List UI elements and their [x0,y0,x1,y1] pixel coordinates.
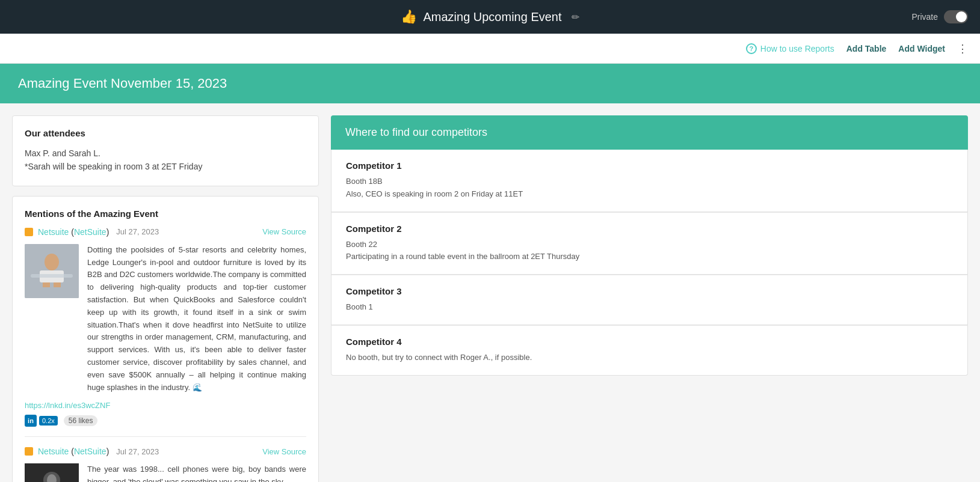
edit-icon[interactable]: ✏ [572,11,579,23]
mentions-card: Mentions of the Amazing Event Netsuite (… [12,196,319,482]
page-title: 👍 Amazing Upcoming Event ✏ [401,9,579,25]
attendees-line1: Max P. and Sarah L. [25,147,306,160]
competitor-1-line1: Booth 18B [346,175,953,188]
svg-point-1 [45,254,59,270]
competitor-4-line2: No booth, but try to connect with Roger … [346,352,953,364]
svg-rect-5 [31,274,73,278]
mention-1-header: Netsuite (NetSuite) Jul 27, 2023 View So… [25,227,306,237]
mention-2-dot [25,447,33,456]
competitor-1-card: Competitor 1 Booth 18B Also, CEO is spea… [331,150,968,212]
add-table-button[interactable]: Add Table [846,44,887,53]
attendees-title: Our attendees [25,128,306,138]
competitor-3-line1: Booth 1 [346,301,953,314]
mention-2-text: The year was 1998... cell phones were bi… [87,463,306,482]
mentions-title: Mentions of the Amazing Event [25,209,306,219]
mention-2-source: Netsuite (NetSuite) Jul 27, 2023 [25,447,159,456]
mention-2-body: The year was 1998... cell phones were bi… [25,463,306,482]
linkedin-badge-1: in 0.2x [25,415,58,427]
svg-rect-4 [54,282,61,287]
thumbs-up-icon: 👍 [401,9,417,25]
private-toggle[interactable] [944,10,968,23]
multiplier-badge: 0.2x [39,416,58,426]
how-to-use-reports-label: How to use Reports [760,44,834,53]
competitor-2-name: Competitor 2 [346,224,953,234]
mention-divider [25,436,306,437]
mention-2-header: Netsuite (NetSuite) Jul 27, 2023 View So… [25,447,306,456]
event-title: Amazing Upcoming Event [423,10,561,24]
competitors-header-title: Where to find our competitors [345,126,487,138]
left-panel: Our attendees Max P. and Sarah L. *Sarah… [12,115,319,482]
mention-1-link[interactable]: https://lnkd.in/es3wcZNF [25,401,306,410]
svg-rect-3 [43,282,50,287]
view-source-1-link[interactable]: View Source [262,227,306,236]
help-icon: ? [746,43,757,54]
mention-1-footer: in 0.2x 56 likes [25,415,306,427]
mention-1-source: Netsuite (NetSuite) Jul 27, 2023 [25,227,159,237]
mention-1-body: Dotting the poolsides of 5-star resorts … [25,244,306,394]
topbar: 👍 Amazing Upcoming Event ✏ Private [0,0,980,34]
more-options-icon[interactable]: ⋮ [957,42,968,55]
competitor-1-name: Competitor 1 [346,160,953,171]
competitors-header: Where to find our competitors [331,115,968,150]
competitor-2-card: Competitor 2 Booth 22 Participating in a… [331,212,968,275]
competitor-2-line1: Booth 22 [346,239,953,251]
competitor-1-line2: Also, CEO is speaking in room 2 on Frida… [346,188,953,201]
main-content: Our attendees Max P. and Sarah L. *Sarah… [0,103,980,482]
competitor-2-line2: Participating in a round table event in … [346,251,953,263]
attendees-card: Our attendees Max P. and Sarah L. *Sarah… [12,115,319,186]
right-panel: Where to find our competitors Competitor… [331,115,968,376]
mention-2-company: Netsuite (NetSuite) [38,447,109,456]
competitor-4-name: Competitor 4 [346,337,953,347]
mention-item-2: Netsuite (NetSuite) Jul 27, 2023 View So… [25,447,306,482]
attendees-line2: *Sarah will be speaking in room 3 at 2ET… [25,160,306,173]
mention-item-1: Netsuite (NetSuite) Jul 27, 2023 View So… [25,227,306,427]
mention-1-company-link[interactable]: NetSuite [74,227,106,237]
view-source-2-link[interactable]: View Source [262,447,306,456]
competitor-4-card: Competitor 4 No booth, but try to connec… [331,325,968,376]
competitor-3-card: Competitor 3 Booth 1 [331,275,968,325]
add-widget-button[interactable]: Add Widget [898,44,945,53]
event-banner: Amazing Event November 15, 2023 [0,64,980,103]
topbar-right: Private [911,10,968,23]
competitor-3-name: Competitor 3 [346,286,953,296]
mention-2-company-link[interactable]: NetSuite [74,447,106,456]
mention-1-image-placeholder [25,244,79,298]
linkedin-icon: in [25,415,37,427]
mention-1-date: Jul 27, 2023 [116,227,159,236]
how-to-use-reports-link[interactable]: ? How to use Reports [746,43,834,54]
mention-1-image [25,244,79,298]
mention-1-dot [25,228,33,236]
action-bar: ? How to use Reports Add Table Add Widge… [0,34,980,64]
mention-2-image [25,463,79,482]
mention-2-date: Jul 27, 2023 [116,447,159,456]
mention-1-company: Netsuite (NetSuite) [38,227,109,237]
likes-badge-1: 56 likes [64,415,98,426]
private-label: Private [911,12,938,22]
event-banner-title: Amazing Event November 15, 2023 [18,76,227,91]
mention-1-text: Dotting the poolsides of 5-star resorts … [87,244,306,394]
